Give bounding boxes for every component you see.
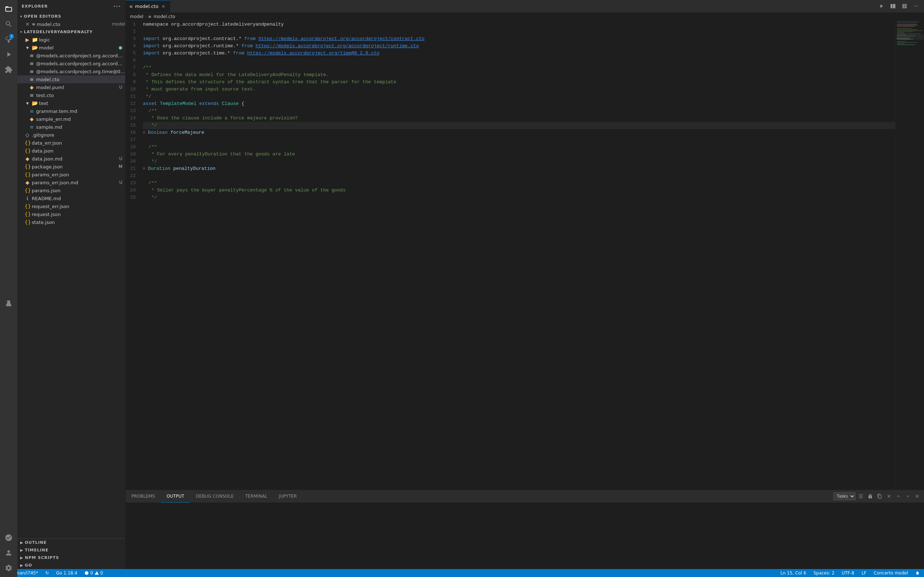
request-err-json-file[interactable]: {} request_err.json: [17, 202, 125, 210]
code-line: * This defines the structure of the abst…: [143, 79, 895, 86]
panel-tab-terminal[interactable]: TERMINAL: [240, 490, 273, 503]
file-icon-data-md: ◆: [24, 156, 30, 161]
package-json-file[interactable]: {} package.json M: [17, 163, 125, 171]
file-name-model-puml: model.puml: [36, 85, 119, 90]
extensions-icon[interactable]: [3, 63, 15, 76]
file-icon-9: ≡: [29, 124, 35, 130]
panel-clear-icon[interactable]: [885, 492, 893, 500]
sample-err-md-file[interactable]: ◆ sample_err.md: [17, 115, 125, 123]
token-link[interactable]: https://models.accordproject.org/accordp…: [258, 35, 425, 43]
logic-folder[interactable]: ▶ 📁 logic: [17, 36, 125, 44]
layout-icon[interactable]: [900, 1, 909, 11]
model-cto-file[interactable]: ≡ model.cto: [17, 76, 125, 83]
open-editor-model-cto[interactable]: ✕ ≡ model.cto model: [17, 20, 125, 28]
breadcrumb-file[interactable]: model.cto: [153, 14, 175, 19]
test-cto-file[interactable]: ≡ test.cto: [17, 91, 125, 99]
more-actions-icon[interactable]: ···: [911, 1, 921, 11]
file-name-package-json: package.json: [32, 164, 119, 169]
data-err-json-file[interactable]: {} data_err.json: [17, 139, 125, 147]
grammar-tem-md-file[interactable]: ≡ grammar.tem.md: [17, 107, 125, 115]
close-modified-icon[interactable]: ✕: [24, 21, 30, 27]
account-icon[interactable]: [3, 547, 15, 559]
line-number: 12: [129, 100, 136, 108]
accordproject-runtime-file[interactable]: ≡ @models.accordproject.org.accordpr...: [17, 60, 125, 68]
search-icon[interactable]: [3, 18, 15, 30]
split-editor-icon[interactable]: [888, 1, 898, 11]
run-button[interactable]: [876, 1, 887, 11]
status-sync[interactable]: ↻: [44, 569, 50, 577]
open-editors-section[interactable]: ▾ OPEN EDITORS: [17, 13, 125, 20]
params-json-file[interactable]: {} params.json: [17, 187, 125, 194]
params-err-json-file[interactable]: {} params_err.json: [17, 171, 125, 179]
file-icon-4: ≡: [29, 76, 35, 82]
panel-chevron-up-icon[interactable]: [894, 492, 902, 500]
model-badge: ●: [119, 45, 122, 50]
tab-model-cto[interactable]: ≡ model.cto ✕: [126, 0, 170, 13]
file-type-icon: ≡: [32, 22, 36, 27]
project-section[interactable]: ▾ LATEDELIVERYANDPENALTY: [17, 28, 125, 36]
status-eol-text: LF: [861, 571, 867, 575]
gitignore-file[interactable]: ◇ .gitignore: [17, 131, 125, 139]
panel-tab-jupyter[interactable]: JUPYTER: [273, 490, 303, 503]
panel-list-icon[interactable]: [857, 492, 865, 500]
panel-lock-icon[interactable]: [866, 492, 874, 500]
status-eol[interactable]: LF: [860, 569, 868, 577]
source-control-icon[interactable]: 5: [3, 33, 15, 45]
breadcrumb-model[interactable]: model: [130, 14, 143, 19]
state-json-file[interactable]: {} state.json: [17, 218, 125, 226]
code-line: namespace org.accordproject.latedelivery…: [143, 21, 895, 28]
sample-md-file[interactable]: ≡ sample.md: [17, 123, 125, 131]
line-number: 21: [129, 165, 136, 172]
files-icon[interactable]: [3, 3, 15, 15]
text-folder[interactable]: ▾ 📂 text: [17, 99, 125, 107]
params-err-json-md-file[interactable]: ◆ params_err.json.md U: [17, 179, 125, 187]
panel-copy-icon[interactable]: [876, 492, 884, 500]
panel-close-icon[interactable]: [913, 492, 921, 500]
tab-close-button[interactable]: ✕: [161, 3, 166, 10]
token-link[interactable]: https://models.accordproject.org/accordp…: [255, 43, 419, 50]
token-plain: [157, 100, 160, 108]
npm-scripts-section[interactable]: ▶ NPM SCRIPTS: [17, 554, 125, 561]
file-name-1: @models.accordproject.org.accordpr...: [36, 53, 125, 58]
token-keyword: import: [143, 50, 160, 57]
panel-tab-output[interactable]: OUTPUT: [161, 490, 190, 503]
token-type: Clause: [221, 100, 239, 108]
code-editor[interactable]: 1234567891011121314151617181920212223242…: [126, 21, 895, 490]
code-line: [143, 136, 895, 143]
panel-chevron-down-icon[interactable]: [904, 492, 912, 500]
panel-tab-debug-console[interactable]: DEBUG CONSOLE: [190, 490, 239, 503]
token-link[interactable]: https://models.accordproject.org/time@0.…: [247, 50, 380, 57]
token-plain: org.accordproject.time.*: [160, 50, 233, 57]
code-line: [143, 57, 895, 64]
panel-tab-problems[interactable]: PROBLEMS: [126, 490, 161, 503]
tasks-dropdown[interactable]: Tasks: [834, 492, 855, 500]
test-icon[interactable]: [3, 298, 15, 310]
status-notifications[interactable]: [914, 569, 921, 577]
data-json-md-file[interactable]: ◆ data.json.md U: [17, 155, 125, 163]
model-puml-file[interactable]: ◆ model.puml U: [17, 83, 125, 91]
token-comment: /**: [143, 64, 151, 71]
request-json-file[interactable]: {} request.json: [17, 210, 125, 218]
line-number: 23: [129, 180, 136, 187]
status-errors[interactable]: 0 0: [83, 569, 104, 577]
file-icon-request-err: {}: [24, 203, 30, 209]
status-go-version[interactable]: Go 1.18.4: [55, 569, 79, 577]
status-language[interactable]: Concerto model: [872, 569, 909, 577]
outline-section[interactable]: ▶ OUTLINE: [17, 539, 125, 546]
remote-icon[interactable]: [3, 532, 15, 544]
readme-md-file[interactable]: ℹ README.md: [17, 194, 125, 202]
timeline-section[interactable]: ▶ TIMELINE: [17, 546, 125, 554]
data-json-file[interactable]: {} data.json: [17, 147, 125, 155]
go-section[interactable]: ▶ GO: [17, 561, 125, 569]
status-encoding[interactable]: UTF-8: [840, 569, 856, 577]
status-spaces[interactable]: Spaces: 2: [812, 569, 836, 577]
accordproject-contract-file[interactable]: ≡ @models.accordproject.org.accordpr...: [17, 52, 125, 60]
model-folder[interactable]: ▾ 📂 model ●: [17, 44, 125, 52]
sidebar-more-icon[interactable]: ···: [113, 3, 121, 10]
code-line: import org.accordproject.runtime.* from …: [143, 43, 895, 50]
code-content[interactable]: namespace org.accordproject.latedelivery…: [140, 21, 895, 490]
status-position[interactable]: Ln 15, Col 6: [779, 569, 808, 577]
run-icon[interactable]: [3, 48, 15, 61]
settings-icon[interactable]: [3, 562, 15, 574]
accordproject-time-file[interactable]: ≡ @models.accordproject.org.time@0.2....: [17, 68, 125, 76]
